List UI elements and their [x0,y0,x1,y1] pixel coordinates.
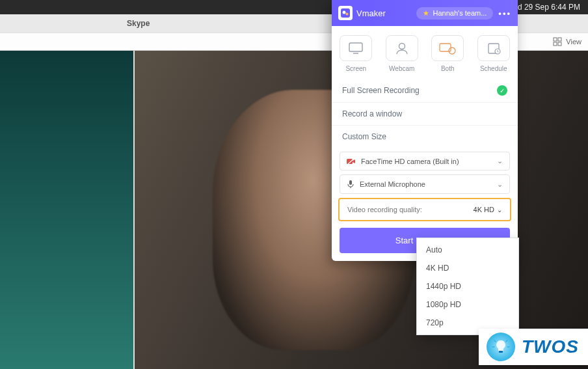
quality-value: 4K HD [474,206,494,213]
team-label: Hannah's team... [433,9,487,17]
svg-point-8 [346,13,349,16]
participant-pane-left [0,51,133,369]
webcam-icon [395,41,409,55]
quality-option-1440p[interactable]: 1440p HD [417,277,518,295]
schedule-icon [487,41,501,55]
option-full-screen[interactable]: Full Screen Recording ✓ [332,79,518,102]
svg-point-11 [399,44,405,49]
mic-select[interactable]: External Microphone ⌄ [340,174,510,194]
mode-webcam-label: Webcam [389,65,414,72]
svg-rect-18 [349,180,352,185]
chevron-down-icon: ⌄ [497,157,503,165]
svg-rect-3 [558,38,561,41]
team-selector[interactable]: ★ Hannah's team... [416,7,494,20]
camera-select-value: FaceTime HD camera (Built in) [361,157,459,165]
mode-screen[interactable]: Screen [336,35,377,72]
chevron-down-icon: ⌄ [497,206,502,213]
screen-icon [348,42,364,55]
vmaker-logo-icon [338,6,353,20]
mode-webcam[interactable]: Webcam [382,35,423,72]
mic-select-value: External Microphone [360,180,425,188]
quality-dropdown: Auto 4K HD 1440p HD 1080p HD 720p [416,238,519,335]
mode-both-label: Both [441,65,455,72]
mode-schedule-label: Schedule [480,65,507,72]
svg-point-7 [343,11,346,14]
view-label[interactable]: View [566,38,581,46]
option-custom-size[interactable]: Custom Size [332,125,518,148]
mode-row: Screen Webcam Both Schedule [332,26,518,79]
camera-select[interactable]: FaceTime HD camera (Built in) ⌄ [340,152,510,171]
option-full-screen-label: Full Screen Recording [342,86,420,95]
camera-icon [347,157,356,165]
video-quality-select[interactable]: Video recording quality: 4K HD ⌄ [338,198,511,221]
mode-screen-label: Screen [345,65,366,72]
option-record-window-label: Record a window [342,109,402,118]
chevron-down-icon: ⌄ [497,180,503,189]
svg-point-13 [449,48,455,54]
mode-both[interactable]: Both [427,35,468,72]
svg-rect-5 [558,42,561,46]
svg-rect-2 [554,38,557,41]
option-record-window[interactable]: Record a window [332,102,518,125]
quality-label: Video recording quality: [347,206,422,213]
option-custom-size-label: Custom Size [342,132,386,141]
twos-watermark: TWOS [479,329,588,365]
vmaker-header: Vmaker ★ Hannah's team... ••• [332,0,518,26]
microphone-icon [347,180,354,189]
star-icon: ★ [423,9,429,18]
svg-rect-16 [347,159,353,164]
vmaker-panel: Vmaker ★ Hannah's team... ••• Screen Web… [332,0,518,261]
lightbulb-icon [487,333,515,361]
quality-option-auto[interactable]: Auto [417,241,518,259]
both-icon [439,42,456,55]
svg-rect-4 [554,42,557,46]
quality-option-1080p[interactable]: 1080p HD [417,295,518,314]
svg-rect-9 [349,43,362,51]
svg-rect-19 [499,351,503,353]
view-grid-icon[interactable] [553,37,562,46]
mode-schedule[interactable]: Schedule [474,35,514,72]
vmaker-app-name: Vmaker [356,8,386,18]
quality-option-4k[interactable]: 4K HD [417,259,518,277]
skype-app-title: Skype [127,19,150,28]
more-menu-icon[interactable]: ••• [498,8,511,18]
watermark-text: TWOS [522,336,579,357]
check-icon: ✓ [497,85,507,96]
